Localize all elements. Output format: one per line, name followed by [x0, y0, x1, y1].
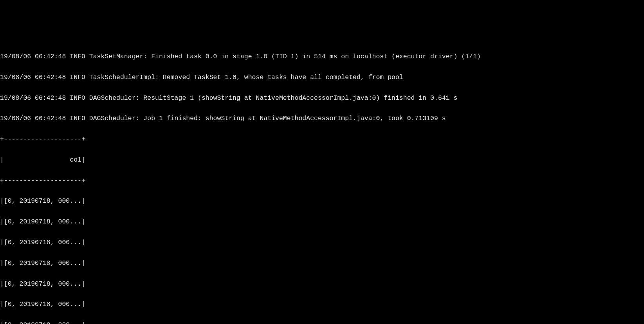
log-line: 19/08/06 06:42:48 INFO TaskSetManager: F… [0, 52, 644, 62]
log-line: 19/08/06 06:42:48 INFO DAGScheduler: Job… [0, 113, 644, 124]
log-line: 19/08/06 06:42:48 INFO DAGScheduler: Res… [0, 93, 644, 103]
table-row: |[0, 20190718, 000...| [0, 320, 644, 324]
table-row: |[0, 20190718, 000...| [0, 279, 644, 289]
table-row: |[0, 20190718, 000...| [0, 258, 644, 268]
terminal-output: 19/08/06 06:42:48 INFO TaskSetManager: F… [0, 41, 644, 324]
table-header: | col| [0, 155, 644, 165]
log-line: 19/08/06 06:42:48 INFO TaskSchedulerImpl… [0, 72, 644, 83]
table-border-mid: +--------------------+ [0, 176, 644, 186]
table-row: |[0, 20190718, 000...| [0, 299, 644, 310]
table-row: |[0, 20190718, 000...| [0, 196, 644, 206]
table-border-top: +--------------------+ [0, 134, 644, 144]
table-row: |[0, 20190718, 000...| [0, 217, 644, 227]
table-row: |[0, 20190718, 000...| [0, 238, 644, 248]
